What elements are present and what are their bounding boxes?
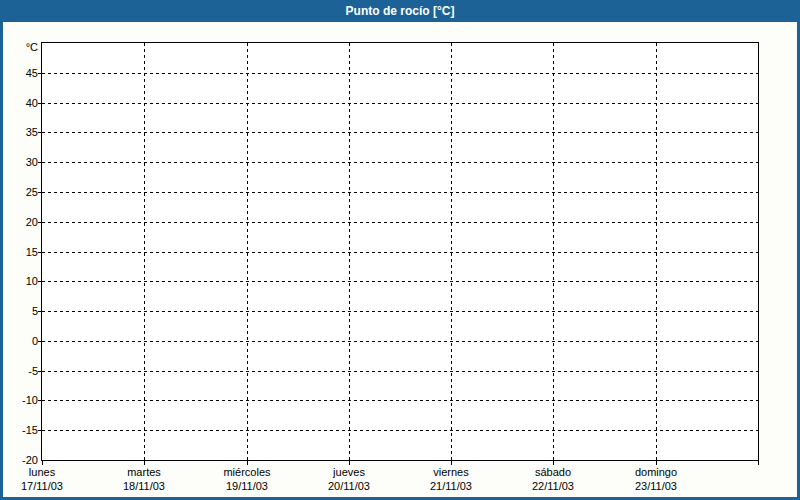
x-axis-date: 18/11/03 xyxy=(94,479,194,493)
y-axis-tick xyxy=(38,132,42,133)
x-axis-day-name: jueves xyxy=(299,465,399,479)
y-axis-tick xyxy=(38,311,42,312)
y-axis-label: 25 xyxy=(8,186,38,198)
x-axis-day-name: martes xyxy=(94,465,194,479)
x-axis-day-name: domingo xyxy=(606,465,706,479)
y-axis-label: 30 xyxy=(8,156,38,168)
y-axis-tick xyxy=(38,371,42,372)
x-axis-day-name: lunes xyxy=(0,465,92,479)
x-axis-date: 19/11/03 xyxy=(197,479,297,493)
y-axis-label: -5 xyxy=(8,365,38,377)
y-axis-tick xyxy=(38,222,42,223)
y-axis-tick xyxy=(38,281,42,282)
y-gridline xyxy=(42,400,758,401)
y-axis-label: 35 xyxy=(8,126,38,138)
y-axis-label: -15 xyxy=(8,424,38,436)
y-axis-label: 45 xyxy=(8,67,38,79)
chart-window: Punto de rocío [°C] °C 45403530252015105… xyxy=(0,0,800,500)
y-gridline xyxy=(42,222,758,223)
y-axis-tick xyxy=(38,192,42,193)
y-gridline xyxy=(42,281,758,282)
y-axis-tick xyxy=(38,252,42,253)
y-axis-unit-label: °C xyxy=(8,41,38,53)
chart-title: Punto de rocío [°C] xyxy=(346,4,455,18)
x-axis-date: 21/11/03 xyxy=(401,479,501,493)
x-axis-day-name: viernes xyxy=(401,465,501,479)
x-gridline xyxy=(349,43,350,460)
y-axis-tick xyxy=(38,430,42,431)
y-axis-label: 5 xyxy=(8,305,38,317)
x-axis-tick xyxy=(758,461,759,465)
x-axis-date: 20/11/03 xyxy=(299,479,399,493)
x-axis-day-name: miércoles xyxy=(197,465,297,479)
y-axis-tick xyxy=(38,162,42,163)
y-gridline xyxy=(42,73,758,74)
x-axis-date: 17/11/03 xyxy=(0,479,92,493)
y-axis-tick xyxy=(38,400,42,401)
y-axis-label: 15 xyxy=(8,246,38,258)
y-axis-tick xyxy=(38,73,42,74)
y-gridline xyxy=(42,162,758,163)
x-axis-day-name: sábado xyxy=(503,465,603,479)
y-gridline xyxy=(42,311,758,312)
y-gridline xyxy=(42,252,758,253)
x-axis-label: viernes21/11/03 xyxy=(401,465,501,493)
y-axis-label: 20 xyxy=(8,216,38,228)
x-axis-label: miércoles19/11/03 xyxy=(197,465,297,493)
y-gridline xyxy=(42,341,758,342)
y-gridline xyxy=(42,192,758,193)
x-gridline xyxy=(451,43,452,460)
x-gridline xyxy=(144,43,145,460)
y-axis-label: 40 xyxy=(8,97,38,109)
y-gridline xyxy=(42,371,758,372)
y-axis-tick xyxy=(38,103,42,104)
y-axis-label: -10 xyxy=(8,394,38,406)
y-axis-label: 10 xyxy=(8,275,38,287)
y-gridline xyxy=(42,430,758,431)
x-axis-label: sábado22/11/03 xyxy=(503,465,603,493)
x-axis-label: martes18/11/03 xyxy=(94,465,194,493)
chart-title-bar: Punto de rocío [°C] xyxy=(0,0,800,22)
x-axis-label: jueves20/11/03 xyxy=(299,465,399,493)
y-axis-tick xyxy=(38,341,42,342)
x-axis-date: 23/11/03 xyxy=(606,479,706,493)
y-gridline xyxy=(42,103,758,104)
x-gridline xyxy=(247,43,248,460)
x-axis-label: domingo23/11/03 xyxy=(606,465,706,493)
y-gridline xyxy=(42,132,758,133)
x-axis-date: 22/11/03 xyxy=(503,479,603,493)
y-axis-label: 0 xyxy=(8,335,38,347)
x-gridline xyxy=(553,43,554,460)
x-axis-label: lunes17/11/03 xyxy=(0,465,92,493)
x-gridline xyxy=(656,43,657,460)
